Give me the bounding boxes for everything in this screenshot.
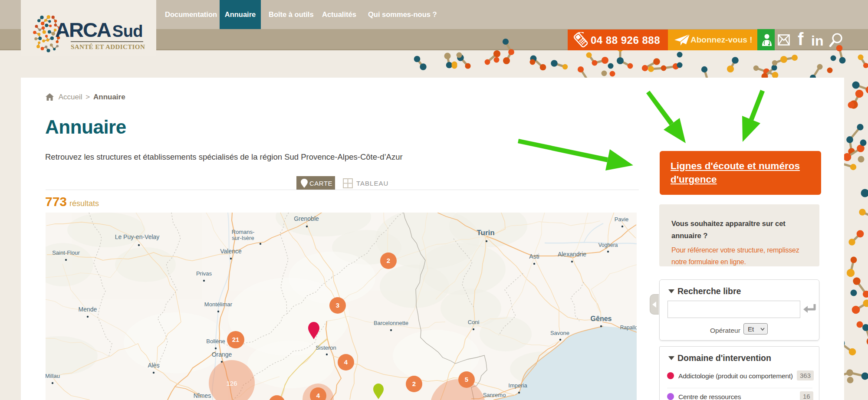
svg-text:Sisteron: Sisteron bbox=[316, 344, 336, 351]
svg-text:4: 4 bbox=[316, 392, 320, 399]
svg-text:Grenoble: Grenoble bbox=[294, 215, 319, 222]
svg-text:Valence: Valence bbox=[220, 248, 242, 255]
svg-text:Millau: Millau bbox=[46, 373, 60, 379]
svg-text:Orange: Orange bbox=[212, 351, 232, 358]
svg-text:Nîmes: Nîmes bbox=[194, 392, 211, 399]
svg-text:2: 2 bbox=[412, 380, 416, 387]
svg-text:Alès: Alès bbox=[148, 362, 159, 369]
svg-text:Sanremo: Sanremo bbox=[483, 392, 506, 398]
svg-text:Romans-: Romans- bbox=[232, 229, 255, 235]
svg-text:Privas: Privas bbox=[196, 270, 212, 277]
svg-text:Imperia: Imperia bbox=[508, 382, 527, 389]
svg-text:2: 2 bbox=[387, 257, 390, 264]
svg-text:Turin: Turin bbox=[477, 229, 494, 237]
svg-text:Pavie: Pavie bbox=[615, 216, 629, 223]
svg-text:5: 5 bbox=[465, 376, 468, 383]
svg-text:21: 21 bbox=[232, 336, 240, 343]
svg-text:Rapallo: Rapallo bbox=[620, 325, 637, 331]
svg-text:Coni: Coni bbox=[468, 319, 480, 325]
svg-text:Alexandrie: Alexandrie bbox=[558, 251, 586, 258]
svg-text:3: 3 bbox=[336, 302, 339, 309]
svg-text:Barcelonnette: Barcelonnette bbox=[374, 320, 408, 326]
svg-text:sur-Isère: sur-Isère bbox=[232, 235, 254, 241]
svg-text:Bollène: Bollène bbox=[206, 338, 225, 344]
svg-text:Saint-Flour: Saint-Flour bbox=[52, 249, 80, 256]
svg-text:Asti: Asti bbox=[529, 253, 539, 260]
svg-text:Mende: Mende bbox=[79, 306, 97, 313]
svg-text:Savone: Savone bbox=[550, 330, 569, 336]
svg-text:4: 4 bbox=[344, 358, 348, 366]
svg-text:Le Puy-en-Velay: Le Puy-en-Velay bbox=[115, 233, 160, 240]
svg-text:Voghera: Voghera bbox=[598, 242, 618, 248]
svg-text:126: 126 bbox=[226, 380, 237, 387]
svg-text:Gênes: Gênes bbox=[591, 315, 612, 322]
svg-text:Montélimar: Montélimar bbox=[204, 301, 233, 308]
